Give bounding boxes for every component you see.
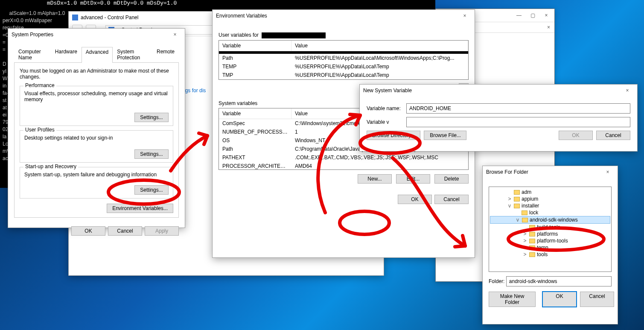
- sys-new-button[interactable]: New...: [358, 174, 392, 184]
- bg-search-close[interactable]: ×: [547, 24, 550, 30]
- tab-remote[interactable]: Remote: [152, 47, 179, 62]
- newvar-close-icon[interactable]: ×: [621, 86, 634, 95]
- bff-close-icon[interactable]: ×: [601, 167, 614, 177]
- tree-item[interactable]: >appium: [490, 196, 610, 202]
- newvar-ok-button[interactable]: OK: [559, 131, 593, 140]
- folder-input[interactable]: [506, 276, 612, 286]
- env-close-icon[interactable]: ×: [458, 11, 471, 20]
- admin-note: You must be logged on as an Administrato…: [20, 68, 173, 80]
- bff-cancel-button[interactable]: Cancel: [580, 292, 614, 307]
- var-value-label: Variable v: [367, 119, 406, 125]
- user-col-variable[interactable]: Variable: [219, 41, 291, 51]
- control-panel-icon: [72, 15, 78, 20]
- tab-computer-name[interactable]: Computer Name: [14, 47, 51, 62]
- folder-icon: [514, 190, 520, 195]
- user-var-row[interactable]: TMP%USERPROFILE%\AppData\Local\Temp: [219, 71, 468, 79]
- sysprop-ok-button[interactable]: OK: [71, 226, 105, 236]
- var-value-input[interactable]: [406, 117, 630, 127]
- profiles-group-title: User Profiles: [23, 127, 56, 133]
- tree-item[interactable]: >platform-tools: [490, 237, 610, 244]
- var-name-input[interactable]: [406, 103, 630, 114]
- startup-settings-button[interactable]: Settings...: [134, 185, 169, 195]
- sysprop-title: System Properties: [12, 32, 53, 38]
- env-title: Environment Variables: [216, 13, 267, 19]
- system-properties-window: System Properties × Computer Name Hardwa…: [8, 28, 185, 228]
- user-vars-label: User variables for: [219, 32, 259, 38]
- folder-label: Folder:: [489, 278, 506, 284]
- tab-system-protection[interactable]: System Protection: [113, 47, 152, 62]
- newvar-title: New System Variable: [363, 88, 412, 93]
- tree-item[interactable]: temp: [490, 244, 610, 251]
- control-panel-title: advanced - Control Panel: [81, 15, 138, 20]
- bg-window-max-icon[interactable]: ▢: [526, 11, 539, 20]
- username-redacted: [262, 32, 326, 38]
- env-variables-button[interactable]: Environment Variables...: [107, 204, 173, 213]
- env-ok-button[interactable]: OK: [398, 195, 432, 204]
- profiles-desc: Desktop settings related to your sign-in: [24, 135, 169, 141]
- user-col-value[interactable]: Value: [291, 41, 468, 51]
- tab-hardware[interactable]: Hardware: [51, 47, 82, 62]
- browse-folder-window: Browse For Folder × adm>appiumvinstaller…: [482, 166, 618, 324]
- user-var-row[interactable]: TEMP%USERPROFILE%\AppData\Local\Temp: [219, 62, 468, 71]
- tree-item[interactable]: build-tools: [490, 224, 610, 231]
- var-name-label: Variable name:: [367, 105, 406, 111]
- startup-group-title: Start-up and Recovery: [23, 164, 78, 169]
- tree-item[interactable]: vandroid-sdk-windows: [490, 216, 610, 224]
- perf-settings-button[interactable]: Settings...: [134, 113, 169, 122]
- sysprop-cancel-button[interactable]: Cancel: [108, 226, 142, 236]
- tab-advanced[interactable]: Advanced: [82, 47, 113, 63]
- env-cancel-button[interactable]: Cancel: [434, 195, 469, 204]
- bff-title: Browse For Folder: [486, 169, 528, 175]
- folder-icon: [529, 245, 535, 250]
- folder-icon: [529, 252, 535, 257]
- sys-edit-button[interactable]: Edit...: [396, 174, 430, 184]
- bff-ok-button[interactable]: OK: [542, 292, 577, 307]
- tree-item[interactable]: adm: [490, 189, 610, 196]
- sys-var-row[interactable]: PATHEXT.COM;.EXE;.BAT;.CMD;.VBS;.VBE;.JS…: [219, 153, 468, 162]
- user-vars-list[interactable]: Variable Value Path%USERPROFILE%\AppData…: [219, 40, 469, 80]
- folder-tree[interactable]: adm>appiumvinstallerlockvandroid-sdk-win…: [489, 187, 612, 272]
- folder-icon: [529, 232, 535, 237]
- bg-window-min-icon[interactable]: —: [513, 11, 525, 20]
- profiles-settings-button[interactable]: Settings...: [134, 149, 169, 159]
- folder-icon: [514, 197, 520, 202]
- tree-item[interactable]: vinstaller: [490, 202, 610, 209]
- sysprop-close-icon[interactable]: ×: [169, 30, 181, 39]
- perf-desc: Visual effects, processor scheduling, me…: [24, 91, 169, 102]
- folder-icon: [514, 204, 520, 208]
- folder-icon: [529, 225, 535, 230]
- new-sysvar-window: New System Variable × Variable name: Var…: [359, 84, 638, 152]
- sys-delete-button[interactable]: Delete: [434, 174, 469, 184]
- folder-icon: [529, 239, 535, 243]
- browse-file-button[interactable]: Browse File...: [424, 131, 466, 140]
- sys-var-row[interactable]: PROCESSOR_ARCHITECTUREAMD64: [219, 162, 468, 170]
- browse-directory-button[interactable]: Browse Directory...: [367, 131, 420, 140]
- newvar-cancel-button[interactable]: Cancel: [596, 131, 630, 140]
- startup-desc: System start-up, system failure and debu…: [24, 172, 169, 178]
- folder-icon: [522, 210, 527, 215]
- tree-item[interactable]: >tools: [490, 251, 610, 258]
- tree-item[interactable]: >platforms: [490, 231, 610, 237]
- make-new-folder-button[interactable]: Make New Folder: [489, 292, 536, 307]
- sysprop-tabs: Computer Name Hardware Advanced System P…: [14, 47, 179, 63]
- sysprop-apply-button[interactable]: Apply: [145, 226, 179, 236]
- perf-group-title: Performance: [23, 82, 56, 88]
- tree-item[interactable]: lock: [490, 209, 610, 216]
- sys-col-variable[interactable]: Variable: [219, 108, 291, 119]
- bg-window-close-icon[interactable]: ×: [540, 11, 553, 20]
- user-var-row[interactable]: Path%USERPROFILE%\AppData\Local\Microsof…: [219, 54, 468, 62]
- terminal-line-2: mDsDx=1.0 mDtDx=0.0 mDtDy=0.0 mDsDy=1.0: [47, 0, 177, 6]
- folder-icon: [522, 218, 528, 222]
